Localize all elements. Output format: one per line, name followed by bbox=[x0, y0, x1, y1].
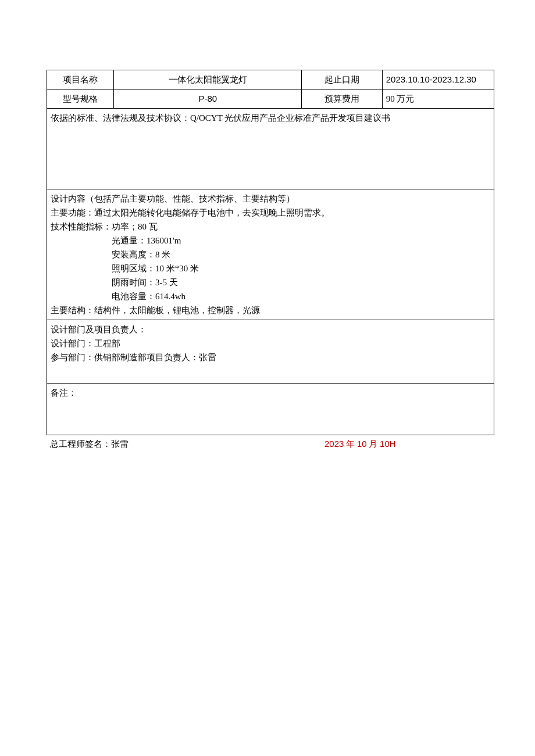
label-period: 起止口期 bbox=[302, 70, 382, 89]
footer-date-month: 10 bbox=[357, 439, 367, 449]
remark-label: 备注： bbox=[51, 388, 77, 397]
row-design-content: 设计内容（包括产品主要功能、性能、技术指标、主要结构等） 主要功能：通过太阳光能… bbox=[47, 189, 494, 320]
basis-cell: 依据的标准、法律法规及技术协议：Q/OCYT 光伏应用产品企业标准产品开发项目建… bbox=[47, 109, 494, 189]
spec-rain: 阴雨时间：3-5 天 bbox=[51, 275, 490, 289]
design-cell: 设计内容（包括产品主要功能、性能、技术指标、主要结构等） 主要功能：通过太阳光能… bbox=[47, 189, 494, 320]
value-model: P-80 bbox=[114, 89, 302, 109]
spec-area: 照明区域：10 米*30 米 bbox=[51, 261, 490, 275]
footer-date-suffix1: 月 bbox=[367, 439, 380, 449]
form-table: 项目名称 一体化太阳能翼龙灯 起止口期 2023.10.10-2023.12.3… bbox=[47, 70, 494, 435]
design-main-function: 主要功能：通过太阳光能转化电能储存于电池中，去实现晚上照明需求。 bbox=[51, 206, 490, 220]
label-project-name: 项目名称 bbox=[47, 70, 114, 89]
spec-battery: 电池容量：614.4wh bbox=[51, 289, 490, 303]
value-budget: 90 万元 bbox=[382, 89, 494, 109]
footer: 总工程师签名：张雷 2023 年 10 月 10H bbox=[47, 439, 494, 450]
design-heading: 设计内容（包括产品主要功能、性能、技术指标、主要结构等） bbox=[51, 192, 490, 206]
row-remark: 备注： bbox=[47, 384, 494, 435]
spec-height: 安装高度：8 米 bbox=[51, 248, 490, 261]
footer-signature: 总工程师签名：张雷 bbox=[47, 439, 220, 450]
row-model: 型号规格 P-80 预算费用 90 万元 bbox=[47, 89, 494, 109]
spec-flux: 光通量：136001'm bbox=[51, 234, 490, 248]
value-project-name: 一体化太阳能翼龙灯 bbox=[114, 70, 302, 89]
dept-participants: 参与部门：供销部制造部项目负责人：张雷 bbox=[51, 350, 490, 364]
row-dept: 设计部门及项目负责人： 设计部门：工程部 参与部门：供销部制造部项目负责人：张雷 bbox=[47, 320, 494, 384]
dept-cell: 设计部门及项目负责人： 设计部门：工程部 参与部门：供销部制造部项目负责人：张雷 bbox=[47, 320, 494, 384]
label-budget: 预算费用 bbox=[302, 89, 382, 109]
basis-text: 依据的标准、法律法规及技术协议：Q/OCYT 光伏应用产品企业标准产品开发项目建… bbox=[51, 113, 390, 123]
design-tech-label: 技术性能指标：功率；80 瓦 bbox=[51, 220, 490, 234]
row-project-name: 项目名称 一体化太阳能翼龙灯 起止口期 2023.10.10-2023.12.3… bbox=[47, 70, 494, 89]
design-structure: 主要结构：结构件，太阳能板，锂电池，控制器，光源 bbox=[51, 303, 490, 317]
dept-heading: 设计部门及项目负责人： bbox=[51, 323, 490, 336]
footer-date-mid: 年 bbox=[344, 439, 357, 449]
footer-date-day: 10H bbox=[380, 439, 396, 449]
footer-date-year: 2023 bbox=[324, 439, 344, 449]
label-model: 型号规格 bbox=[47, 89, 114, 109]
remark-cell: 备注： bbox=[47, 384, 494, 435]
value-period: 2023.10.10-2023.12.30 bbox=[382, 70, 494, 89]
dept-design: 设计部门：工程部 bbox=[51, 336, 490, 350]
row-basis: 依据的标准、法律法规及技术协议：Q/OCYT 光伏应用产品企业标准产品开发项目建… bbox=[47, 109, 494, 189]
footer-date: 2023 年 10 月 10H bbox=[220, 439, 494, 450]
